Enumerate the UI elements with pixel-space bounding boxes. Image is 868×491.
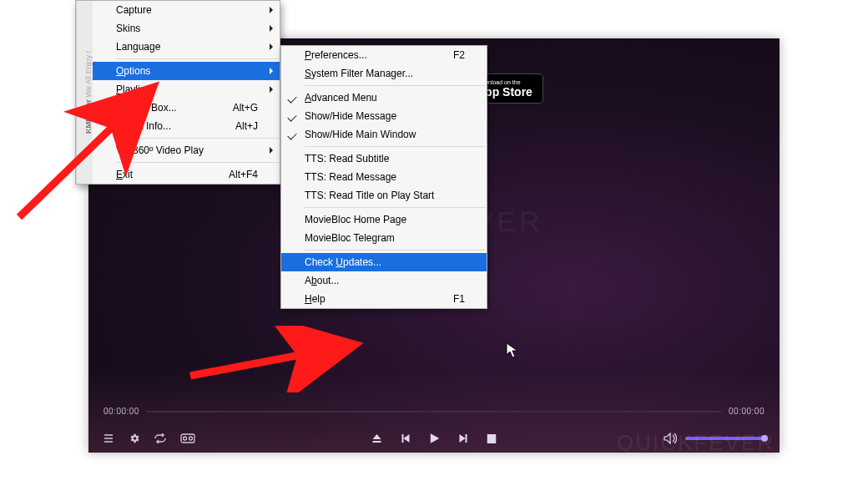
submenu-arrow-icon xyxy=(270,86,273,93)
menu-item-label: Language xyxy=(116,41,258,53)
main-menu-separator xyxy=(116,162,279,163)
options-menu-separator xyxy=(305,146,486,147)
time-total: 00:00:00 xyxy=(729,407,765,416)
submenu-arrow-icon xyxy=(270,43,273,50)
menu-item-shortcut: Alt+F4 xyxy=(229,169,258,180)
submenu-arrow-icon xyxy=(270,7,273,13)
next-icon[interactable] xyxy=(459,433,469,443)
play-icon[interactable] xyxy=(429,433,441,444)
watermark-corner: QUICKFEVER xyxy=(617,430,775,456)
options-menu-item-about[interactable]: About... xyxy=(281,271,487,290)
menu-item-shortcut: Alt+J xyxy=(235,120,258,132)
menu-item-label: Skins xyxy=(116,23,258,34)
menu-item-label: System Filter Manager... xyxy=(305,68,465,79)
check-icon xyxy=(288,112,296,120)
menu-item-label: Help xyxy=(305,293,428,305)
submenu-arrow-icon xyxy=(270,25,273,32)
main-menu-item-exit[interactable]: ExitAlt+F4 xyxy=(93,165,280,184)
menu-item-label: Check Updates... xyxy=(305,256,465,268)
repeat-icon[interactable] xyxy=(154,433,167,443)
menu-sidebar: KMPlayer We All Enjoy ! xyxy=(76,1,93,184)
context-menu-options: Preferences...F2System Filter Manager...… xyxy=(280,45,487,309)
menu-item-label: Capture xyxy=(116,4,258,16)
menu-item-label: Options xyxy=(116,65,258,77)
menu-item-label: Advanced Menu xyxy=(305,92,465,104)
options-menu-separator xyxy=(305,250,486,251)
menu-item-label: Show/Hide Main Window xyxy=(305,129,465,140)
options-menu-item-tts-read-message[interactable]: TTS: Read Message xyxy=(281,168,487,186)
options-menu-item-tts-read-subtitle[interactable]: TTS: Read Subtitle xyxy=(281,149,487,168)
main-menu-item-language[interactable]: Language xyxy=(93,38,280,56)
submenu-arrow-icon xyxy=(270,147,273,154)
menu-item-label: About... xyxy=(305,275,465,286)
main-menu-item-media-info[interactable]: Media Info...Alt+J xyxy=(93,117,280,135)
time-elapsed: 00:00:00 xyxy=(103,407,139,416)
menu-item-label: TTS: Read Subtitle xyxy=(305,153,465,165)
svg-point-2 xyxy=(189,437,193,440)
main-menu-item-vr-360-video-play[interactable]: VR 360º Video Play xyxy=(93,141,280,159)
options-menu-item-check-updates[interactable]: Check Updates... xyxy=(281,253,487,271)
main-menu-item-playlist[interactable]: Playlist xyxy=(93,80,280,99)
main-menu-item-capture[interactable]: Capture xyxy=(93,1,280,19)
seek-bar[interactable] xyxy=(147,411,721,413)
previous-icon[interactable] xyxy=(401,433,411,443)
settings-icon[interactable] xyxy=(129,433,140,444)
stop-icon[interactable] xyxy=(487,434,497,443)
options-menu-item-show-hide-message[interactable]: Show/Hide Message xyxy=(281,107,487,125)
menu-item-label: Show/Hide Message xyxy=(305,110,465,122)
options-menu-item-moviebloc-telegram[interactable]: MovieBloc Telegram xyxy=(281,229,487,247)
playlist-icon[interactable] xyxy=(103,433,115,443)
menu-item-label: MovieBloc Home Page xyxy=(305,214,465,225)
context-menu-main: KMPlayer We All Enjoy ! CaptureSkinsLang… xyxy=(75,0,280,185)
main-menu-separator xyxy=(116,58,279,59)
menu-item-label: TTS: Read Message xyxy=(305,171,465,183)
menu-item-shortcut: Alt+G xyxy=(233,102,258,114)
options-menu-item-system-filter-manager[interactable]: System Filter Manager... xyxy=(281,64,487,83)
submenu-arrow-icon xyxy=(270,68,273,74)
options-menu-item-show-hide-main-window[interactable]: Show/Hide Main Window xyxy=(281,125,487,144)
menu-item-label: TTS: Read Title on Play Start xyxy=(305,190,465,201)
vr-icon[interactable] xyxy=(180,433,195,443)
menu-item-label: MovieBloc Telegram xyxy=(305,232,465,244)
eject-icon[interactable] xyxy=(372,433,382,443)
check-icon xyxy=(288,130,296,139)
main-menu-item-options[interactable]: Options xyxy=(93,62,280,80)
menu-item-label: Control Box... xyxy=(116,102,208,114)
menu-item-shortcut: F1 xyxy=(453,293,465,305)
menu-item-label: Preferences... xyxy=(305,49,428,61)
main-menu-item-control-box[interactable]: Control Box...Alt+G xyxy=(93,99,280,117)
options-menu-item-tts-read-title-on-play-start[interactable]: TTS: Read Title on Play Start xyxy=(281,186,487,205)
check-icon xyxy=(288,94,296,102)
options-menu-item-advanced-menu[interactable]: Advanced Menu xyxy=(281,89,487,107)
menu-item-label: VR 360º Video Play xyxy=(116,144,258,156)
options-menu-separator xyxy=(305,85,486,86)
options-menu-item-help[interactable]: HelpF1 xyxy=(281,290,487,308)
menu-item-label: Media Info... xyxy=(116,120,210,132)
menu-item-shortcut: F2 xyxy=(453,49,465,61)
options-menu-item-preferences[interactable]: Preferences...F2 xyxy=(281,46,487,64)
options-menu-separator xyxy=(305,207,486,208)
svg-point-1 xyxy=(184,437,187,440)
options-menu-item-moviebloc-home-page[interactable]: MovieBloc Home Page xyxy=(281,210,487,229)
svg-rect-3 xyxy=(487,434,497,443)
main-menu-item-skins[interactable]: Skins xyxy=(93,19,280,38)
menu-item-label: Playlist xyxy=(116,84,258,95)
main-menu-separator xyxy=(116,138,279,139)
menu-item-label: Exit xyxy=(116,169,204,180)
